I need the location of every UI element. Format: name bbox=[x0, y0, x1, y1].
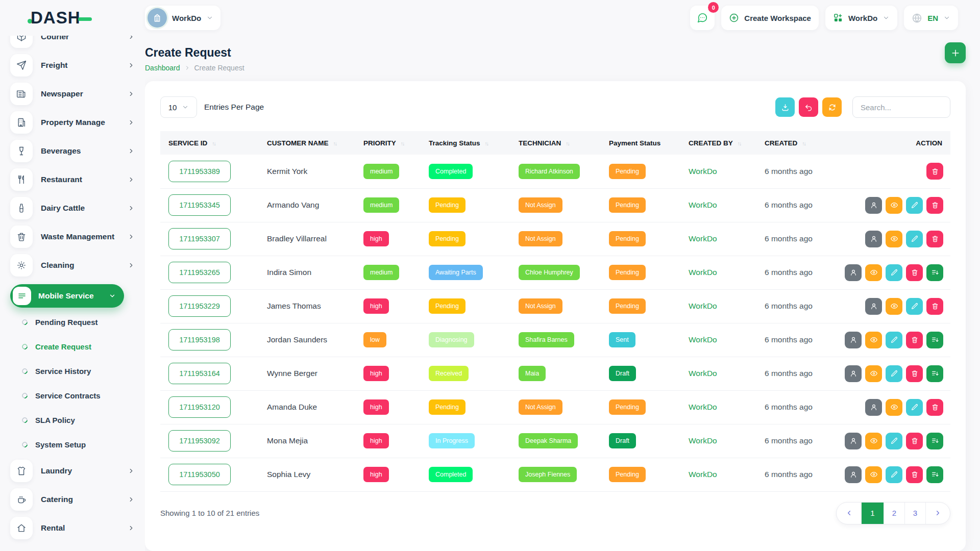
edit-button[interactable] bbox=[906, 399, 923, 416]
created-by-link[interactable]: WorkDo bbox=[689, 470, 717, 479]
column-header-service-id[interactable]: SERVICE ID↑↓ bbox=[160, 131, 260, 155]
add-request-button[interactable] bbox=[945, 42, 966, 63]
pagination-next-button[interactable] bbox=[925, 503, 950, 524]
sidebar-item-mobile-service[interactable]: Mobile Service bbox=[10, 284, 124, 308]
sidebar-subitem-system-setup[interactable]: System Setup bbox=[10, 432, 135, 457]
view-button[interactable] bbox=[865, 466, 882, 483]
sidebar-item-property-manage[interactable]: Property Manage bbox=[10, 108, 135, 137]
user-button[interactable] bbox=[845, 466, 862, 483]
edit-button[interactable] bbox=[906, 298, 923, 315]
sort-icon[interactable]: ↑↓ bbox=[802, 140, 805, 146]
edit-button[interactable] bbox=[886, 264, 902, 281]
service-id-pill[interactable]: 1711953198 bbox=[168, 329, 231, 350]
created-by-link[interactable]: WorkDo bbox=[689, 268, 717, 277]
view-button[interactable] bbox=[886, 399, 902, 416]
created-by-link[interactable]: WorkDo bbox=[689, 302, 717, 310]
assign-button[interactable] bbox=[926, 332, 943, 348]
service-id-pill[interactable]: 1711953345 bbox=[168, 194, 231, 216]
delete-button[interactable] bbox=[906, 332, 923, 348]
pagination-prev-button[interactable] bbox=[837, 503, 861, 524]
user-button[interactable] bbox=[865, 231, 882, 247]
user-button[interactable] bbox=[865, 197, 882, 214]
user-button[interactable] bbox=[865, 399, 882, 416]
sidebar-item-beverages[interactable]: Beverages bbox=[10, 137, 135, 165]
created-by-link[interactable]: WorkDo bbox=[689, 234, 717, 243]
assign-button[interactable] bbox=[926, 466, 943, 483]
sort-icon[interactable]: ↑↓ bbox=[212, 140, 215, 146]
sidebar-subitem-service-contracts[interactable]: Service Contracts bbox=[10, 383, 135, 408]
edit-button[interactable] bbox=[886, 332, 902, 348]
user-button[interactable] bbox=[845, 365, 862, 382]
service-id-pill[interactable]: 1711953229 bbox=[168, 295, 231, 317]
sidebar-item-catering[interactable]: Catering bbox=[10, 485, 135, 514]
service-id-pill[interactable]: 1711953164 bbox=[168, 363, 231, 384]
delete-button[interactable] bbox=[906, 433, 923, 449]
service-id-pill[interactable]: 1711953265 bbox=[168, 262, 231, 283]
column-header-priority[interactable]: PRIORITY↑↓ bbox=[356, 131, 422, 155]
created-by-link[interactable]: WorkDo bbox=[689, 167, 717, 176]
search-input[interactable] bbox=[852, 96, 950, 118]
column-header-technician[interactable]: TECHNICIAN↑↓ bbox=[511, 131, 602, 155]
assign-button[interactable] bbox=[926, 433, 943, 449]
user-button[interactable] bbox=[845, 433, 862, 449]
delete-button[interactable] bbox=[926, 163, 943, 180]
edit-button[interactable] bbox=[906, 197, 923, 214]
breadcrumb-dashboard-link[interactable]: Dashboard bbox=[145, 64, 180, 72]
sidebar-item-freight[interactable]: Freight bbox=[10, 51, 135, 80]
pagination-page-3[interactable]: 3 bbox=[904, 503, 925, 524]
delete-button[interactable] bbox=[926, 399, 943, 416]
pagination-page-1[interactable]: 1 bbox=[861, 503, 884, 524]
sort-icon[interactable]: ↑↓ bbox=[333, 140, 337, 146]
workspace-selector[interactable]: WorkDo bbox=[145, 6, 220, 30]
assign-button[interactable] bbox=[926, 264, 943, 281]
sidebar-item-newspaper[interactable]: Newspaper bbox=[10, 80, 135, 108]
sidebar-item-courier[interactable]: Courier bbox=[10, 36, 135, 51]
view-button[interactable] bbox=[865, 264, 882, 281]
export-button[interactable] bbox=[775, 97, 795, 117]
delete-button[interactable] bbox=[926, 197, 943, 214]
sort-icon[interactable]: ↑↓ bbox=[401, 140, 404, 146]
service-id-pill[interactable]: 1711953389 bbox=[168, 161, 231, 182]
create-workspace-button[interactable]: Create Workspace bbox=[721, 6, 819, 30]
view-button[interactable] bbox=[886, 298, 902, 315]
created-by-link[interactable]: WorkDo bbox=[689, 335, 717, 344]
view-button[interactable] bbox=[865, 365, 882, 382]
user-button[interactable] bbox=[845, 332, 862, 348]
service-id-pill[interactable]: 1711953307 bbox=[168, 228, 231, 249]
service-id-pill[interactable]: 1711953092 bbox=[168, 430, 231, 452]
view-button[interactable] bbox=[865, 332, 882, 348]
sort-icon[interactable]: ↑↓ bbox=[738, 140, 741, 146]
delete-button[interactable] bbox=[926, 231, 943, 247]
delete-button[interactable] bbox=[906, 264, 923, 281]
assign-button[interactable] bbox=[926, 365, 943, 382]
sidebar-subitem-pending-request[interactable]: Pending Request bbox=[10, 310, 135, 334]
edit-button[interactable] bbox=[906, 231, 923, 247]
created-by-link[interactable]: WorkDo bbox=[689, 403, 717, 411]
edit-button[interactable] bbox=[886, 365, 902, 382]
pagination-page-2[interactable]: 2 bbox=[884, 503, 904, 524]
created-by-link[interactable]: WorkDo bbox=[689, 436, 717, 445]
sidebar-item-rental[interactable]: Rental bbox=[10, 514, 135, 542]
column-header-customer-name[interactable]: CUSTOMER NAME↑↓ bbox=[260, 131, 356, 155]
sidebar-subitem-sla-policy[interactable]: SLA Policy bbox=[10, 408, 135, 432]
edit-button[interactable] bbox=[886, 466, 902, 483]
sort-icon[interactable]: ↑↓ bbox=[485, 140, 488, 146]
user-button[interactable] bbox=[865, 298, 882, 315]
view-button[interactable] bbox=[886, 231, 902, 247]
sort-icon[interactable]: ↑↓ bbox=[566, 140, 569, 146]
view-button[interactable] bbox=[886, 197, 902, 214]
reset-button[interactable] bbox=[799, 97, 818, 117]
language-selector[interactable]: EN bbox=[904, 6, 958, 30]
entries-per-page-select[interactable]: 10 bbox=[160, 96, 197, 118]
edit-button[interactable] bbox=[886, 433, 902, 449]
service-id-pill[interactable]: 1711953050 bbox=[168, 464, 231, 485]
app-logo[interactable]: DASH bbox=[28, 8, 145, 28]
sidebar-item-laundry[interactable]: Laundry bbox=[10, 457, 135, 485]
sidebar-item-dairy-cattle[interactable]: Dairy Cattle bbox=[10, 194, 135, 222]
sidebar-subitem-create-request[interactable]: Create Request bbox=[10, 334, 135, 359]
refresh-button[interactable] bbox=[822, 97, 842, 117]
column-header-created-by[interactable]: CREATED BY↑↓ bbox=[681, 131, 757, 155]
sidebar-item-cleaning[interactable]: Cleaning bbox=[10, 251, 135, 280]
column-header-tracking-status[interactable]: Tracking Status↑↓ bbox=[422, 131, 511, 155]
view-button[interactable] bbox=[865, 433, 882, 449]
